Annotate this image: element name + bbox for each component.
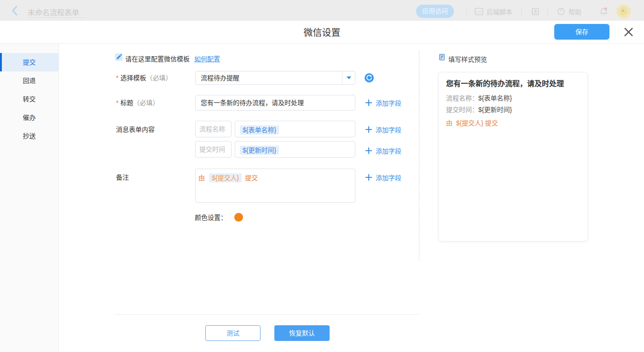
svg-text:?: ? (560, 9, 563, 14)
svg-text:</>: </> (476, 10, 482, 14)
